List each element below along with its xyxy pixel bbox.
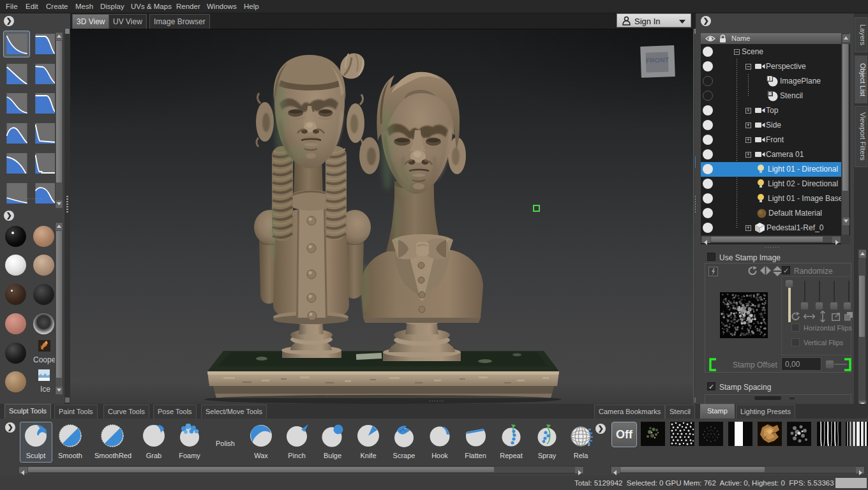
svg-text:S: S	[768, 92, 771, 96]
svg-text:FRONT: FRONT	[646, 56, 670, 64]
svg-text:I: I	[769, 77, 770, 81]
svg-text:······: ······	[429, 397, 444, 404]
